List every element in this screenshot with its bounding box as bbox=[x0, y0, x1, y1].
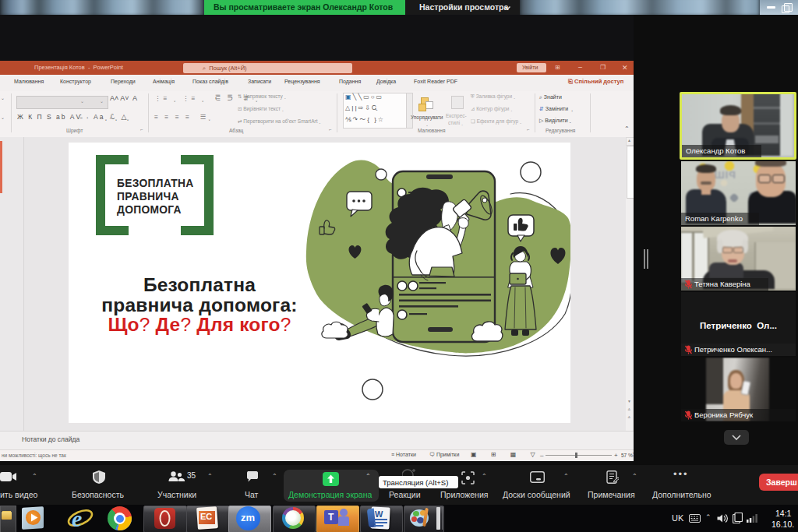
svg-text:БЕЗОПЛАТНА: БЕЗОПЛАТНА bbox=[117, 178, 194, 189]
svg-text:ПРАВНИЧА: ПРАВНИЧА bbox=[117, 191, 179, 203]
svg-text:ДОПОМОГА: ДОПОМОГА bbox=[117, 204, 182, 216]
svg-text:e: e bbox=[72, 506, 82, 530]
